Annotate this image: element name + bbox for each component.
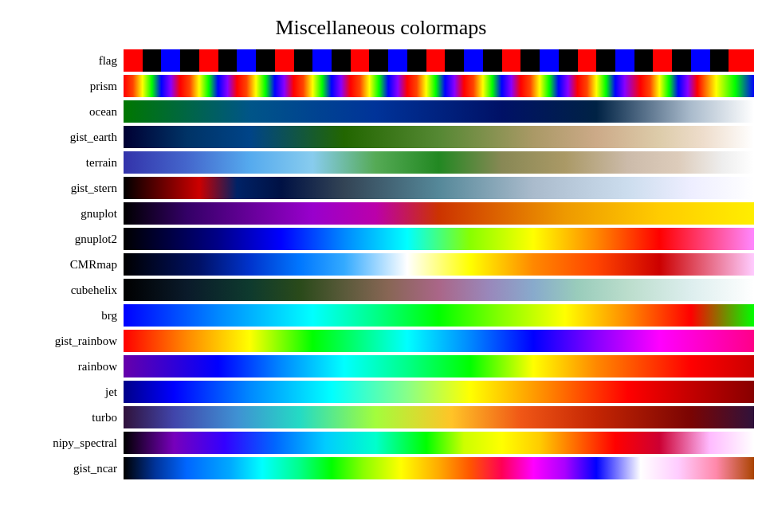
colormap-row: flag [8, 48, 754, 73]
colormap-label: gist_earth [8, 131, 124, 144]
colormap-label: gnuplot [8, 207, 124, 221]
colormap-label: gist_stern [8, 182, 124, 195]
colormap-label: CMRmap [8, 258, 124, 272]
colormap-row: cubehelix [8, 277, 754, 303]
colormap-label: prism [8, 80, 124, 93]
colormap-bar-gist_earth [124, 126, 754, 148]
colormap-label: rainbow [8, 360, 124, 374]
colormap-bar-gnuplot2 [124, 228, 754, 250]
page-title: Miscellaneous colormaps [8, 16, 754, 40]
colormap-row: nipy_spectral [8, 430, 754, 456]
colormap-bar-terrain [124, 151, 754, 174]
colormap-bar-gnuplot [124, 202, 754, 225]
colormap-row: gist_earth [8, 124, 754, 150]
colormap-row: gnuplot [8, 201, 754, 226]
main-container: Miscellaneous colormaps flagprismoceangi… [0, 0, 762, 532]
colormap-label: brg [8, 309, 124, 323]
colormap-row: terrain [8, 150, 754, 175]
colormap-row: jet [8, 379, 754, 405]
colormap-bar-rainbow [124, 355, 754, 377]
colormap-bar-gist_ncar [124, 457, 754, 479]
colormap-row: prism [8, 73, 754, 99]
colormap-row: brg [8, 303, 754, 328]
colormap-row: CMRmap [8, 252, 754, 277]
colormap-row: ocean [8, 99, 754, 124]
colormap-bar-CMRmap [124, 253, 754, 276]
colormap-label: terrain [8, 156, 124, 170]
colormap-label: flag [8, 54, 124, 68]
colormap-label: cubehelix [8, 284, 124, 297]
colormap-bar-jet [124, 381, 754, 403]
colormap-bar-brg [124, 304, 754, 327]
colormap-bar-cubehelix [124, 279, 754, 301]
colormap-label: nipy_spectral [8, 436, 124, 450]
colormap-row: rainbow [8, 354, 754, 379]
colormap-label: gist_rainbow [8, 334, 124, 348]
colormap-bar-prism [124, 75, 754, 97]
colormap-row: gnuplot2 [8, 226, 754, 252]
colormap-bar-flag [124, 49, 754, 72]
colormap-row: gist_ncar [8, 456, 754, 481]
colormaps-list: flagprismoceangist_earthterraingist_ster… [8, 48, 754, 481]
colormap-label: jet [8, 385, 124, 399]
colormap-row: turbo [8, 405, 754, 430]
colormap-bar-gist_rainbow [124, 330, 754, 352]
colormap-bar-gist_stern [124, 177, 754, 199]
colormap-bar-nipy_spectral [124, 432, 754, 454]
colormap-label: gnuplot2 [8, 233, 124, 246]
colormap-label: gist_ncar [8, 462, 124, 475]
colormap-row: gist_rainbow [8, 328, 754, 354]
colormap-bar-ocean [124, 100, 754, 123]
colormap-bar-turbo [124, 406, 754, 428]
colormap-label: ocean [8, 105, 124, 119]
colormap-label: turbo [8, 411, 124, 424]
colormap-row: gist_stern [8, 175, 754, 201]
